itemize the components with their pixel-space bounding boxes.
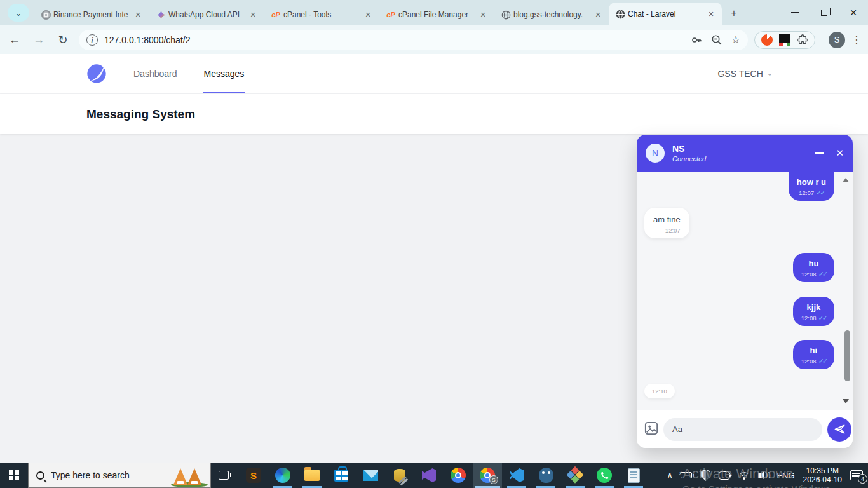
- volume-icon[interactable]: [758, 473, 763, 478]
- start-button[interactable]: [0, 463, 28, 488]
- close-icon[interactable]: ✕: [247, 9, 259, 20]
- taskbar-vscode[interactable]: [502, 463, 531, 488]
- battery-icon[interactable]: [681, 472, 692, 478]
- taskbar-edge[interactable]: [268, 463, 297, 488]
- tab-blog[interactable]: blog.gss-technology. ✕: [494, 4, 609, 25]
- tab-title: cPanel File Manager: [398, 10, 475, 19]
- paper-plane-icon: [834, 423, 846, 435]
- tray-chevron-up-icon[interactable]: ∧: [667, 471, 673, 480]
- taskbar-file-explorer[interactable]: [297, 463, 327, 488]
- close-icon[interactable]: ✕: [477, 9, 489, 20]
- window-close-button[interactable]: ✕: [839, 0, 868, 25]
- profile-avatar[interactable]: S: [829, 32, 845, 48]
- search-highlight-foxes-image[interactable]: [170, 464, 209, 487]
- message-bubble-sent[interactable]: hi 12:08✓✓: [793, 340, 834, 369]
- tab-binance[interactable]: Binance Payment Inte ✕: [34, 4, 149, 25]
- message-list[interactable]: how r u 12:07✓✓ am fine 12:07 hu 12:08✓✓…: [637, 172, 853, 410]
- search-placeholder: Type here to search: [51, 470, 130, 480]
- task-view-button[interactable]: [211, 463, 236, 488]
- wifi-icon[interactable]: [738, 471, 750, 480]
- address-bar[interactable]: i 127.0.0.1:8000/chat/2 ☆: [79, 30, 748, 50]
- taskbar-microsoft-store[interactable]: [327, 463, 356, 488]
- extension-dark-icon[interactable]: [779, 34, 790, 46]
- file-explorer-icon: [304, 470, 320, 481]
- forward-button[interactable]: →: [29, 30, 48, 50]
- extensions-puzzle-icon[interactable]: [797, 34, 808, 46]
- taskbar-visual-studio[interactable]: [414, 463, 444, 488]
- taskbar-postgresql[interactable]: [531, 463, 560, 488]
- close-icon[interactable]: ✕: [592, 9, 604, 20]
- taskbar-sql-tools[interactable]: [385, 463, 414, 488]
- message-composer: Aa: [637, 410, 853, 448]
- message-time: 12:08: [801, 271, 817, 278]
- team-dropdown[interactable]: GSS TECH ⌄: [717, 69, 773, 79]
- language-indicator[interactable]: ENG: [776, 471, 794, 480]
- message-bubble-received[interactable]: am fine 12:07: [644, 208, 689, 238]
- windows-taskbar: Type here to search S S ∧ ENG: [0, 463, 868, 488]
- close-icon[interactable]: ✕: [132, 9, 144, 20]
- attach-image-icon[interactable]: [644, 421, 658, 438]
- taskbar-whatsapp[interactable]: [590, 463, 619, 488]
- connection-status: Connected: [672, 155, 706, 163]
- bookmark-star-icon[interactable]: ☆: [731, 34, 740, 46]
- sublime-icon: S: [246, 468, 261, 483]
- message-bubble-sent[interactable]: how r u 12:07✓✓: [789, 172, 834, 201]
- nav-item-dashboard[interactable]: Dashboard: [133, 54, 177, 93]
- chrome-icon: [451, 468, 466, 483]
- message-time: 12:07: [799, 189, 814, 196]
- tab-cpanel-tools[interactable]: cP cPanel - Tools ✕: [264, 4, 379, 25]
- taskbar-notepad[interactable]: [619, 463, 648, 488]
- notification-badge: 4: [858, 474, 867, 484]
- scroll-up-arrow-icon[interactable]: [843, 178, 849, 182]
- send-button[interactable]: [827, 417, 851, 442]
- toolbar-right-cluster: S ⋮: [754, 31, 868, 49]
- message-input[interactable]: Aa: [663, 418, 822, 441]
- security-shield-icon[interactable]: [700, 470, 710, 481]
- browser-menu-icon[interactable]: ⋮: [851, 34, 862, 46]
- url-text[interactable]: 127.0.0.1:8000/chat/2: [104, 35, 190, 45]
- close-icon[interactable]: ✕: [362, 9, 374, 20]
- taskbar-search-box[interactable]: Type here to search: [28, 463, 211, 488]
- message-bubble-sent[interactable]: kjjk 12:08✓✓: [793, 297, 834, 326]
- tab-list-button[interactable]: ⌄: [8, 4, 29, 22]
- taskbar-mail[interactable]: [356, 463, 385, 488]
- mail-icon: [363, 470, 378, 481]
- password-key-icon[interactable]: [691, 34, 702, 46]
- window-minimize-button[interactable]: [780, 0, 810, 25]
- scrollbar-thumb[interactable]: [844, 330, 850, 381]
- back-button[interactable]: ←: [5, 30, 24, 50]
- taskbar-sublime-text[interactable]: S: [239, 463, 268, 488]
- window-restore-button[interactable]: [810, 0, 839, 25]
- scroll-down-arrow-icon[interactable]: [843, 399, 849, 403]
- message-time: 12:08: [801, 315, 817, 322]
- chat-header: N NS Connected ✕: [637, 135, 853, 172]
- globe-icon: [501, 10, 511, 20]
- meet-now-icon[interactable]: [719, 471, 730, 480]
- edge-icon: [275, 468, 290, 483]
- input-placeholder: Aa: [672, 424, 682, 434]
- new-tab-button[interactable]: +: [726, 5, 742, 22]
- tab-cpanel-filemanager[interactable]: cP cPanel File Manager ✕: [379, 4, 494, 25]
- chat-minimize-icon[interactable]: [815, 152, 824, 154]
- taskbar-clock[interactable]: 10:35 PM 2026-04-10: [803, 466, 842, 484]
- action-center-icon[interactable]: 4: [850, 470, 863, 480]
- window-controls: ✕: [780, 0, 868, 25]
- taskbar-diamond-app[interactable]: [560, 463, 590, 488]
- binance-favicon: [41, 10, 51, 20]
- zoom-out-icon[interactable]: [711, 34, 722, 46]
- tab-title: blog.gss-technology.: [513, 10, 590, 19]
- chat-close-icon[interactable]: ✕: [836, 147, 844, 159]
- jetstream-logo[interactable]: [86, 64, 107, 84]
- app-navbar: Dashboard Messages GSS TECH ⌄: [0, 54, 868, 93]
- taskbar-chrome-profile-active[interactable]: S: [473, 463, 502, 488]
- reload-button[interactable]: ↻: [53, 30, 72, 50]
- close-icon[interactable]: ✕: [705, 8, 717, 20]
- site-info-icon[interactable]: i: [86, 34, 98, 46]
- tab-whatsapp-cloud[interactable]: WhatsApp Cloud API ✕: [149, 4, 264, 25]
- nav-item-messages[interactable]: Messages: [204, 54, 245, 93]
- extension-orange-icon[interactable]: [761, 34, 773, 46]
- message-bubble-sent[interactable]: hu 12:08✓✓: [793, 253, 834, 282]
- taskbar-chrome[interactable]: [444, 463, 473, 488]
- browser-toolbar: ← → ↻ i 127.0.0.1:8000/chat/2 ☆ S ⋮: [0, 25, 868, 54]
- tab-chat-laravel-active[interactable]: Chat - Laravel ✕: [609, 3, 722, 25]
